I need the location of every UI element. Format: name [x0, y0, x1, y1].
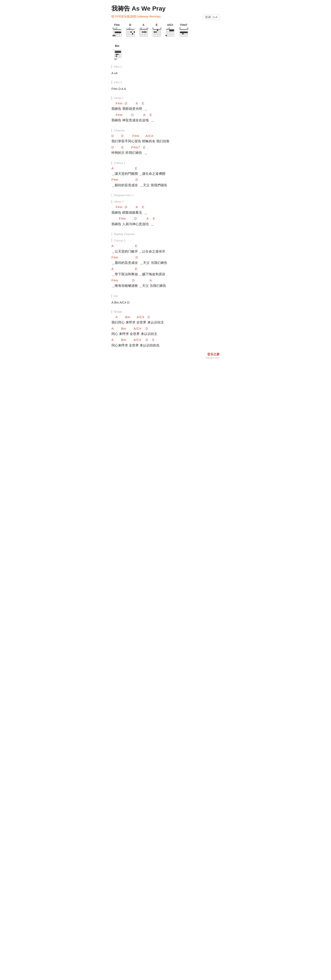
chord-e-major: E 1 [151, 24, 162, 40]
svg-point-70 [155, 31, 157, 33]
svg-point-117 [117, 54, 119, 55]
svg-rect-99 [180, 32, 188, 33]
intr-chords: A Bm A/C# D [111, 301, 220, 304]
svg-point-69 [157, 30, 158, 31]
bridge-lyric2: 同心 来呼求 全世界 来认识祢主 [111, 331, 220, 337]
intro1-chords: A x4 [111, 72, 220, 75]
verse1-lyric2: 我祷告 神旨意成全在这地 ＿ [111, 117, 220, 123]
section-channel: Channel [111, 129, 220, 132]
svg-point-116 [116, 56, 117, 57]
svg-text:1: 1 [143, 28, 144, 29]
verse1-chord2: F#m D A E [111, 113, 220, 117]
chorus2-lyric1: ＿让天堂的门敞开 ＿让生命之道传开 [111, 248, 220, 255]
section-intro1: Intro 1 [111, 65, 220, 68]
svg-text:1: 1 [131, 28, 132, 29]
svg-point-68 [160, 28, 162, 29]
chorus2-chord4: F#m D A [111, 278, 220, 283]
section-verse1: Verse 1 [111, 96, 220, 100]
singer-name: 约书亚乐团(原唱:Gateway Worship) [115, 14, 161, 19]
svg-point-14 [114, 35, 116, 36]
chorus2-lyric2: ＿愿祢的旨意成全 ＿天父 当我们祷告 [111, 260, 220, 266]
svg-point-52 [145, 31, 147, 33]
chord-a-over-csharp: A/C# × [165, 24, 176, 40]
chord-d-major: D × × 1 2 [125, 24, 136, 40]
svg-text:1: 1 [157, 28, 158, 29]
svg-rect-12 [115, 32, 121, 33]
chorus1-lyric2: ＿願祢的旨意成全 ＿天父 當我們禱告 [111, 182, 220, 188]
bridge-chord2: A Bm A/C# D [111, 326, 220, 331]
page-title: 我祷告 As We Pray [111, 5, 220, 13]
chord-diagrams: F#m × D [111, 24, 220, 40]
svg-text:3: 3 [146, 28, 147, 29]
svg-text:×: × [128, 27, 129, 29]
verse2-chord1: F#m D A E [111, 205, 220, 210]
verse2-chord2: F#m D A E [111, 216, 220, 221]
svg-point-48 [141, 28, 142, 29]
verse1-lyric1: 我祷告 黑暗就变光明 ＿ [111, 106, 220, 111]
chorus2-lyric4: ＿唯有你能够拯救 ＿天父 当我们祷告 [111, 283, 220, 289]
channel-chord1: D E F#m A/C# [111, 134, 220, 138]
section-intr: Intr. [111, 294, 220, 298]
svg-point-31 [130, 31, 132, 33]
section-intro2: Intro 2 [111, 81, 220, 84]
section-repeat-intro1: Reapeat Intro 1 [111, 194, 220, 197]
chorus2-chord2: F#m D [111, 255, 220, 260]
song-content: Intro 1 A x4 Intro 2 F#m D A A Verse 1 F… [111, 65, 220, 348]
intro2-chords: F#m D A A [111, 87, 220, 91]
svg-point-50 [142, 31, 143, 33]
chorus2-chord3: A E [111, 266, 220, 271]
svg-point-100 [182, 33, 184, 35]
section-chorus1: Chorus 1 [111, 161, 220, 165]
chorus1-lyric1: ＿讓天堂的門敞開 ＿讓生命之道傳開 [111, 171, 220, 177]
svg-point-115 [116, 54, 117, 55]
svg-point-118 [114, 59, 116, 60]
svg-text:×: × [139, 27, 140, 29]
svg-point-33 [134, 31, 135, 33]
singer-label: 唱 [111, 14, 114, 19]
chorus2-lyric3: ＿带下医治和释放 ＿赐下悔改和原谅 [111, 271, 220, 277]
svg-point-13 [112, 35, 114, 36]
svg-text:2: 2 [144, 28, 145, 29]
svg-point-86 [166, 35, 167, 36]
key-info: 原调: 1=A [203, 14, 220, 20]
bridge-chord3: A Bm A/C# D E [111, 337, 220, 342]
svg-rect-85 [169, 30, 174, 31]
svg-point-32 [132, 33, 133, 35]
svg-text:×: × [126, 27, 127, 29]
svg-point-71 [154, 31, 155, 33]
chorus1-chord1: A E [111, 166, 220, 171]
svg-point-49 [147, 28, 148, 29]
svg-point-16 [116, 28, 117, 29]
channel-lyric1: 我们举双手同心宣告 耶稣的名 我们信靠 [111, 138, 220, 144]
svg-point-119 [116, 59, 117, 60]
verse2-lyric1: 我祷告 瞎眼就能看见 ＿ [111, 210, 220, 215]
svg-point-87 [169, 28, 170, 29]
svg-point-101 [179, 28, 181, 29]
bridge-lyric1: 我们同心 来呼求 全世界 来认识祢主 [111, 320, 220, 325]
svg-text:×: × [167, 27, 168, 29]
svg-rect-114 [115, 51, 121, 53]
footer-logo: 音乐之家 7inyuezi.com [111, 352, 220, 359]
chorus2-chord1: A E [111, 243, 220, 248]
svg-point-15 [112, 28, 114, 29]
svg-text:×: × [114, 27, 115, 29]
chord-b-minor: Bm × [111, 45, 123, 61]
chord-fsharp-minor: F#m × [111, 24, 122, 40]
section-chorus2: Chorus 2 [111, 239, 220, 242]
section-verse2: Verse 2 [111, 200, 220, 203]
verse1-chord1: F#m D A E [111, 101, 220, 106]
channel-chord2: D E F#m7 E [111, 145, 220, 150]
svg-text:2: 2 [135, 28, 136, 29]
section-repeat-channel: Repeat Channel [111, 232, 220, 236]
svg-point-51 [144, 31, 145, 33]
svg-point-30 [129, 28, 130, 29]
verse2-lyric2: 我祷告 人就与神心意连结 ＿ [111, 221, 220, 227]
channel-lyric2: 怜悯的主 听我们祷告 ＿ [111, 150, 220, 156]
chord-fsharp-minor7: F#m7 [178, 24, 190, 40]
svg-point-102 [187, 28, 188, 29]
svg-text:×: × [113, 49, 114, 51]
chord-a-major: A × 1 2 3 [138, 24, 149, 40]
bridge-lyric3: 同心来呼求 全世界 来认识祢的羔 [111, 342, 220, 348]
section-bridge: Bridge [111, 310, 220, 313]
chorus1-chord2: F#m D [111, 177, 220, 182]
